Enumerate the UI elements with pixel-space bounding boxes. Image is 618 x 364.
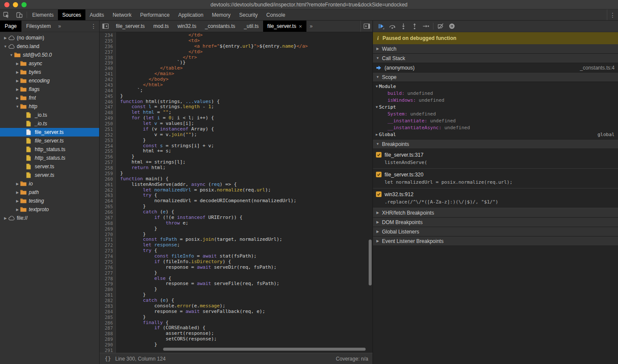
line-number[interactable]: 253 bbox=[100, 138, 115, 143]
chevron-down-icon[interactable]: ▼ bbox=[375, 105, 379, 109]
navigator-tab-page[interactable]: Page bbox=[0, 21, 21, 32]
breakpoint-snippet[interactable]: let normalizedUrl = posix.normalize(req.… bbox=[373, 179, 618, 186]
editor-more-tabs-icon[interactable]: » bbox=[306, 21, 316, 32]
tree-item-encoding[interactable]: ▶encoding bbox=[0, 76, 99, 85]
line-number[interactable]: 243 bbox=[100, 82, 115, 88]
tree-item-http-status-ts[interactable]: http_status.ts bbox=[0, 154, 99, 162]
breakpoint-snippet[interactable]: listenAndServe( bbox=[373, 159, 618, 166]
tree-item-http-status-ts[interactable]: http_status.ts bbox=[0, 145, 99, 154]
editor-vertical-scrollbar[interactable] bbox=[369, 240, 372, 285]
line-number[interactable]: 251 bbox=[100, 127, 115, 132]
scope-property[interactable]: isWindows: undefined bbox=[373, 97, 618, 103]
line-number[interactable]: 234 bbox=[100, 33, 115, 38]
navigator-more-tabs-icon[interactable]: » bbox=[55, 21, 64, 32]
line-number[interactable]: 261 bbox=[100, 182, 115, 188]
tree-item-server-ts[interactable]: server.ts bbox=[0, 162, 99, 171]
chevron-right-icon[interactable]: ▶ bbox=[15, 79, 20, 83]
pause-on-exceptions-icon[interactable] bbox=[446, 21, 457, 32]
line-number[interactable]: 256 bbox=[100, 154, 115, 160]
chevron-right-icon[interactable]: ▶ bbox=[15, 208, 20, 212]
tab-elements[interactable]: Elements bbox=[28, 9, 58, 20]
editor-tab-win32-ts[interactable]: win32.ts bbox=[173, 21, 200, 32]
line-number[interactable]: 252 bbox=[100, 132, 115, 138]
line-number[interactable]: 283 bbox=[100, 303, 115, 309]
close-window-button[interactable] bbox=[4, 2, 9, 7]
pretty-print-button[interactable]: {} bbox=[105, 356, 111, 362]
line-number[interactable]: 290 bbox=[100, 342, 115, 348]
tree-item-io[interactable]: ▶io bbox=[0, 179, 99, 188]
chevron-down-icon[interactable]: ▼ bbox=[3, 45, 8, 49]
line-number[interactable]: 291 bbox=[100, 348, 115, 353]
tree-item-server-ts[interactable]: server.ts bbox=[0, 171, 99, 179]
chevron-down-icon[interactable]: ▼ bbox=[15, 105, 20, 109]
breakpoint-snippet[interactable]: .replace(/^\/*([A-Za-z]:)(\/|$)/, "$1/") bbox=[373, 198, 618, 206]
line-number[interactable]: 241 bbox=[100, 71, 115, 77]
scope-group-module[interactable]: ▼Module bbox=[373, 83, 618, 90]
line-number[interactable]: 275 bbox=[100, 259, 115, 265]
line-number[interactable]: 242 bbox=[100, 77, 115, 82]
line-number[interactable]: 245 bbox=[100, 94, 115, 99]
line-number[interactable]: 277 bbox=[100, 270, 115, 276]
line-number[interactable]: 288 bbox=[100, 331, 115, 337]
chevron-right-icon[interactable]: ▶ bbox=[3, 216, 8, 220]
tree-item-path[interactable]: ▶path bbox=[0, 188, 99, 197]
tab-network[interactable]: Network bbox=[108, 9, 136, 20]
step-out-icon[interactable] bbox=[409, 21, 420, 32]
tree-item-file-server-ts[interactable]: file_server.ts bbox=[0, 128, 99, 136]
line-number[interactable]: 246 bbox=[100, 99, 115, 105]
chevron-right-icon[interactable]: ▶ bbox=[375, 133, 379, 136]
inspect-element-icon[interactable] bbox=[0, 9, 13, 20]
resume-script-icon[interactable] bbox=[376, 21, 387, 32]
line-number[interactable]: 266 bbox=[100, 209, 115, 215]
chevron-right-icon[interactable]: ▶ bbox=[3, 36, 8, 40]
tree-item-flags[interactable]: ▶flags bbox=[0, 85, 99, 94]
tree-item-fmt[interactable]: ▶fmt bbox=[0, 94, 99, 102]
breakpoint-entry[interactable]: win32.ts:912.replace(/^\/*([A-Za-z]:)(\/… bbox=[373, 188, 618, 208]
editor-tab-constants-ts[interactable]: _constants.ts bbox=[200, 21, 239, 32]
chevron-right-icon[interactable]: ▶ bbox=[15, 70, 20, 74]
editor-tab-file-server-ts[interactable]: file_server.ts bbox=[112, 21, 149, 32]
line-number[interactable]: 250 bbox=[100, 121, 115, 127]
minimize-window-button[interactable] bbox=[13, 2, 18, 7]
line-number[interactable]: 270 bbox=[100, 232, 115, 237]
tree-item-file[interactable]: ▶file:// bbox=[0, 214, 99, 222]
tree-item-bytes[interactable]: ▶bytes bbox=[0, 68, 99, 76]
section-dom-breakpoints[interactable]: ▶DOM Breakpoints bbox=[373, 218, 618, 227]
call-stack-frame[interactable]: (anonymous)_constants.ts:4 bbox=[373, 63, 618, 73]
line-number[interactable]: 240 bbox=[100, 66, 115, 71]
scope-group-script[interactable]: ▼Script bbox=[373, 103, 618, 110]
line-number[interactable]: 287 bbox=[100, 325, 115, 331]
tree-item-io-ts[interactable]: _io.ts bbox=[0, 119, 99, 128]
line-number[interactable]: 285 bbox=[100, 315, 115, 320]
line-number[interactable]: 258 bbox=[100, 165, 115, 171]
tree-item-file-server-ts[interactable]: file_server.ts bbox=[0, 136, 99, 145]
line-number[interactable]: 264 bbox=[100, 198, 115, 204]
editor-tab-util-ts[interactable]: _util.ts bbox=[239, 21, 263, 32]
editor-horizontal-scrollbar[interactable] bbox=[163, 348, 366, 351]
scope-property[interactable]: build: undefined bbox=[373, 90, 618, 97]
line-number[interactable]: 279 bbox=[100, 281, 115, 287]
line-number[interactable]: 257 bbox=[100, 160, 115, 165]
chevron-right-icon[interactable]: ▶ bbox=[15, 182, 20, 186]
tree-item-http[interactable]: ▼http bbox=[0, 102, 99, 111]
line-number[interactable]: 284 bbox=[100, 309, 115, 315]
line-number[interactable]: 271 bbox=[100, 237, 115, 243]
section-breakpoints[interactable]: ▼ Breakpoints bbox=[373, 140, 618, 149]
tree-item-testing[interactable]: ▶testing bbox=[0, 197, 99, 205]
line-number[interactable]: 236 bbox=[100, 44, 115, 49]
line-number[interactable]: 263 bbox=[100, 193, 115, 198]
editor-tab-file-server-ts[interactable]: file_server.ts× bbox=[263, 21, 306, 32]
step-icon[interactable] bbox=[420, 21, 431, 32]
line-number[interactable]: 272 bbox=[100, 243, 115, 248]
section-xhr-fetch-breakpoints[interactable]: ▶XHR/fetch Breakpoints bbox=[373, 208, 618, 218]
main-menu-icon[interactable]: ⋮ bbox=[607, 9, 618, 20]
line-number[interactable]: 262 bbox=[100, 188, 115, 193]
tree-item-std-v0-50-0[interactable]: ▼std@v0.50.0 bbox=[0, 51, 99, 59]
tab-security[interactable]: Security bbox=[235, 9, 262, 20]
section-watch[interactable]: ▶ Watch bbox=[373, 44, 618, 54]
line-number[interactable]: 267 bbox=[100, 215, 115, 221]
line-number[interactable]: 259 bbox=[100, 171, 115, 176]
toggle-debugger-sidebar-icon[interactable] bbox=[360, 21, 373, 32]
tab-performance[interactable]: Performance bbox=[136, 9, 174, 20]
line-number[interactable]: 248 bbox=[100, 110, 115, 115]
